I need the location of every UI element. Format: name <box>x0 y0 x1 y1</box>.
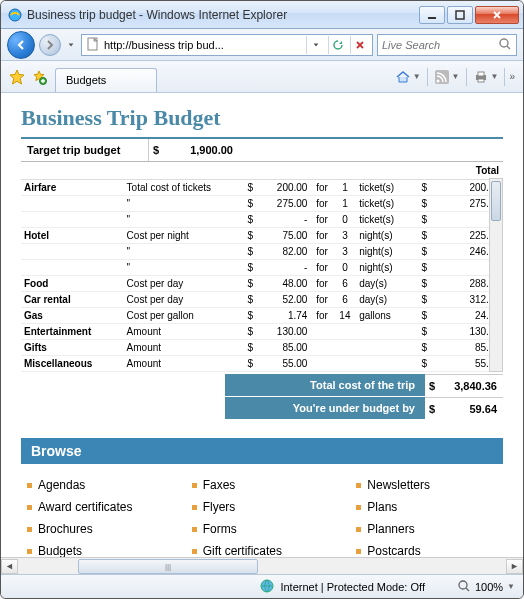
search-box[interactable] <box>377 34 517 56</box>
cell-amount: 1.74 <box>258 308 311 324</box>
link-text: Faxes <box>203 478 236 492</box>
browse-link[interactable]: Postcards <box>356 540 497 557</box>
browse-link[interactable]: Flyers <box>192 496 333 518</box>
scroll-track[interactable]: ||| <box>18 559 506 574</box>
zoom-icon <box>457 579 471 595</box>
cell-desc: Cost per gallon <box>124 308 243 324</box>
budget-table-wrap: Total AirfareTotal cost of tickets$200.0… <box>21 162 503 372</box>
scroll-left-button[interactable]: ◄ <box>1 559 18 574</box>
cell-qty: 3 <box>334 228 357 244</box>
cell-qty <box>334 324 357 340</box>
browse-link[interactable]: Planners <box>356 518 497 540</box>
cell-amount: 75.00 <box>258 228 311 244</box>
summary-row: You're under budget by$59.64 <box>21 397 503 420</box>
cell-unit: day(s) <box>356 292 417 308</box>
table-scrollbar[interactable] <box>489 178 503 372</box>
tab-label: Budgets <box>66 74 106 86</box>
scrollbar-thumb[interactable] <box>491 181 501 221</box>
cell-category: Food <box>21 276 124 292</box>
cell-qty: 6 <box>334 276 357 292</box>
cell-desc: Cost per day <box>124 276 243 292</box>
refresh-button[interactable] <box>328 36 346 54</box>
browse-link[interactable]: Faxes <box>192 474 333 496</box>
ie-window: Business trip budget - Windows Internet … <box>0 0 524 599</box>
cell-desc: Amount <box>124 356 243 372</box>
svg-point-0 <box>9 9 21 21</box>
search-input[interactable] <box>382 39 494 51</box>
status-text: Internet | Protected Mode: Off <box>280 581 425 593</box>
table-row: GasCost per gallon$1.74for14gallons$24.3… <box>21 308 503 324</box>
total-header: Total <box>417 162 503 180</box>
toolbar-overflow[interactable]: » <box>507 71 517 82</box>
browse-link[interactable]: Brochures <box>27 518 168 540</box>
status-bar: Internet | Protected Mode: Off 100% ▼ <box>1 574 523 598</box>
cell-qty: 14 <box>334 308 357 324</box>
forward-button[interactable] <box>39 34 61 56</box>
cell-category: Gas <box>21 308 124 324</box>
link-text: Award certificates <box>38 500 132 514</box>
cell-unit: day(s) <box>356 276 417 292</box>
table-row: GiftsAmount$85.00$85.00 <box>21 340 503 356</box>
scroll-right-button[interactable]: ► <box>506 559 523 574</box>
bullet-icon <box>356 483 361 488</box>
browse-link[interactable]: Award certificates <box>27 496 168 518</box>
content-area[interactable]: Business Trip Budget Target trip budget … <box>1 93 523 557</box>
cell-category <box>21 260 124 276</box>
tab-budgets[interactable]: Budgets <box>55 68 157 92</box>
link-text: Newsletters <box>367 478 430 492</box>
link-text: Flyers <box>203 500 236 514</box>
cell-cur: $ <box>243 196 258 212</box>
separator <box>427 68 428 86</box>
favorites-button[interactable] <box>7 67 27 87</box>
zoom-control[interactable]: 100% ▼ <box>457 579 515 595</box>
browse-link[interactable]: Plans <box>356 496 497 518</box>
link-text: Agendas <box>38 478 85 492</box>
cell-category: Miscellaneous <box>21 356 124 372</box>
minimize-button[interactable] <box>419 6 445 24</box>
svg-rect-1 <box>428 17 436 19</box>
link-text: Plans <box>367 500 397 514</box>
cell-amount: 85.00 <box>258 340 311 356</box>
back-button[interactable] <box>7 31 35 59</box>
cell-desc: Cost per day <box>124 292 243 308</box>
browse-link[interactable]: Budgets <box>27 540 168 557</box>
browse-column: FaxesFlyersFormsGift certificates <box>192 474 333 557</box>
address-bar[interactable] <box>81 34 373 56</box>
summary-cur: $ <box>425 374 441 397</box>
svg-point-7 <box>436 79 439 82</box>
close-button[interactable] <box>475 6 519 24</box>
horizontal-scrollbar[interactable]: ◄ ||| ► <box>1 557 523 574</box>
search-icon[interactable] <box>498 37 512 53</box>
cell-unit <box>356 356 417 372</box>
address-dropdown[interactable] <box>306 36 324 54</box>
table-row: HotelCost per night$75.00for3night(s)$22… <box>21 228 503 244</box>
feeds-button[interactable]: ▼ <box>430 66 464 88</box>
cell-cur: $ <box>243 228 258 244</box>
home-button[interactable]: ▼ <box>391 66 425 88</box>
table-row: AirfareTotal cost of tickets$200.00for1t… <box>21 180 503 196</box>
table-row: EntertainmentAmount$130.00$130.00 <box>21 324 503 340</box>
print-button[interactable]: ▼ <box>469 66 503 88</box>
cell-amount: - <box>258 212 311 228</box>
titlebar: Business trip budget - Windows Internet … <box>1 1 523 29</box>
cell-totcur: $ <box>417 260 432 276</box>
cell-unit: ticket(s) <box>356 180 417 196</box>
cell-qty <box>334 356 357 372</box>
browse-link[interactable]: Agendas <box>27 474 168 496</box>
nav-history-dropdown[interactable] <box>65 35 77 55</box>
url-input[interactable] <box>104 39 302 51</box>
cell-for: for <box>310 196 333 212</box>
cell-for <box>310 340 333 356</box>
browse-link[interactable]: Gift certificates <box>192 540 333 557</box>
svg-rect-9 <box>478 72 484 76</box>
browse-link[interactable]: Forms <box>192 518 333 540</box>
summary-row: Total cost of the trip$3,840.36 <box>21 374 503 397</box>
stop-button[interactable] <box>350 36 368 54</box>
bullet-icon <box>192 549 197 554</box>
add-favorite-button[interactable] <box>29 67 49 87</box>
browse-link[interactable]: Newsletters <box>356 474 497 496</box>
maximize-button[interactable] <box>447 6 473 24</box>
cell-desc: " <box>124 244 243 260</box>
cell-totcur: $ <box>417 356 432 372</box>
scroll-thumb[interactable]: ||| <box>78 559 258 574</box>
